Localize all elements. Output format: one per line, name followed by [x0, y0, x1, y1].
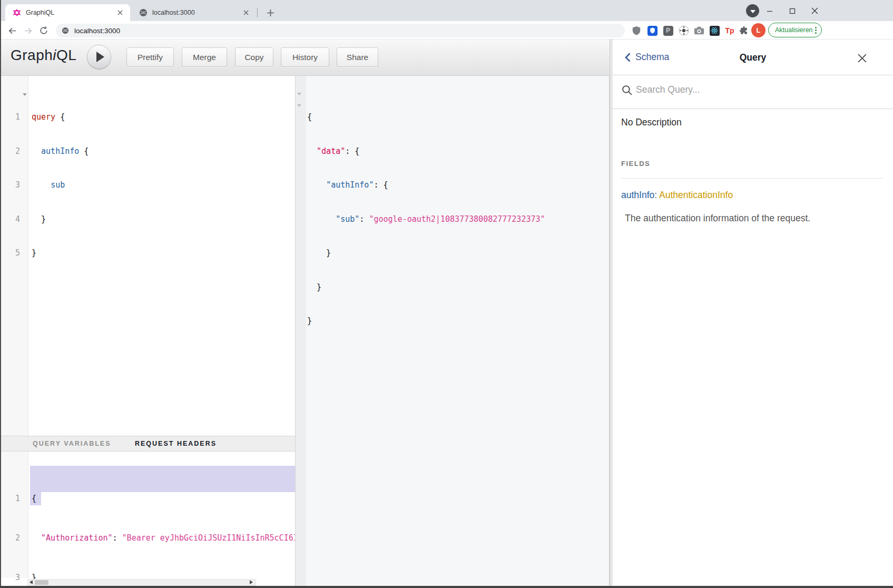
- bitwarden-extension-icon[interactable]: [646, 24, 659, 37]
- react-extension-icon[interactable]: [708, 24, 721, 37]
- query-editor-code[interactable]: query { authInfo { sub } }: [32, 89, 89, 282]
- graphiql-logo: GraphiQL: [11, 47, 76, 64]
- headers-line-numbers: 1 2 3: [0, 466, 20, 588]
- tab-close-icon[interactable]: [241, 8, 251, 17]
- reload-button[interactable]: [37, 24, 51, 37]
- code-line: }: [32, 214, 89, 226]
- doc-field-separator: :: [654, 190, 659, 200]
- play-icon: [96, 52, 104, 62]
- maximize-button[interactable]: [784, 4, 800, 17]
- url-text: localhost:3000: [74, 27, 120, 35]
- new-tab-button[interactable]: [263, 6, 277, 19]
- graphiql-favicon-icon: [13, 8, 21, 17]
- minimize-button[interactable]: [762, 4, 778, 17]
- doc-field-description: The authentication information of the re…: [625, 213, 810, 224]
- result-viewer-code: { "data": { "authInfo": { "sub": "google…: [307, 89, 545, 350]
- doc-no-description: No Description: [621, 117, 682, 128]
- globe-icon: [139, 8, 148, 17]
- tab-title: localhost:3000: [152, 9, 241, 16]
- doc-back-label: Schema: [635, 52, 669, 63]
- code-line: {: [307, 112, 545, 123]
- query-line-numbers: 1 2 3 4 5: [0, 89, 20, 282]
- profile-avatar[interactable]: L: [751, 23, 766, 37]
- close-window-button[interactable]: [807, 4, 822, 17]
- camera-extension-icon[interactable]: [693, 24, 705, 37]
- code-line: "authInfo": {: [307, 180, 545, 191]
- copy-button[interactable]: Copy: [235, 47, 273, 67]
- update-browser-button[interactable]: Aktualisieren: [768, 23, 822, 37]
- tab-separator: [257, 8, 258, 17]
- code-line: }: [307, 248, 545, 259]
- fold-arrow-icon[interactable]: [297, 93, 301, 95]
- scrollbar-thumb[interactable]: [35, 580, 48, 585]
- crosshair-extension-icon[interactable]: [678, 24, 690, 37]
- shield-extension-icon[interactable]: [630, 24, 643, 37]
- fold-arrow-icon[interactable]: [297, 104, 301, 107]
- scroll-left-arrow-icon[interactable]: [30, 580, 33, 584]
- plus-icon: [267, 9, 274, 16]
- globe-icon: [62, 27, 69, 34]
- window-bottom-edge: [0, 586, 893, 588]
- code-line: }: [307, 282, 545, 293]
- browser-window: GraphiQL localhost:3000: [0, 0, 893, 588]
- url-bar[interactable]: localhost:3000: [56, 24, 625, 37]
- window-left-edge: [0, 0, 1, 588]
- close-icon: [857, 53, 867, 63]
- menu-dots-icon[interactable]: [815, 27, 817, 34]
- code-line: }: [32, 248, 89, 259]
- merge-button[interactable]: Merge: [182, 47, 227, 67]
- share-button[interactable]: Share: [337, 47, 378, 67]
- tab-strip: GraphiQL localhost:3000: [0, 0, 893, 21]
- tab-title: GraphiQL: [26, 9, 115, 16]
- puzzle-extensions-menu-icon[interactable]: [738, 24, 750, 37]
- tab-request-headers[interactable]: REQUEST HEADERS: [135, 440, 217, 447]
- code-line: "sub": "google-oauth2|108377380082777232…: [307, 214, 545, 226]
- chevron-left-icon: [624, 53, 631, 62]
- tab-close-icon[interactable]: [115, 8, 125, 17]
- horizontal-scrollbar[interactable]: [27, 579, 256, 586]
- browser-update-icon[interactable]: [746, 4, 759, 17]
- code-line: sub: [32, 180, 89, 191]
- tp-extension-icon[interactable]: Tp: [723, 24, 736, 37]
- doc-fields-underline: [621, 178, 883, 179]
- doc-field-name-link[interactable]: authInfo: [621, 190, 654, 200]
- search-icon: [622, 85, 633, 96]
- doc-close-button[interactable]: [856, 52, 868, 64]
- doc-field-type-link[interactable]: AuthenticationInfo: [659, 190, 733, 200]
- prettify-button[interactable]: Prettify: [126, 47, 174, 67]
- update-browser-label: Aktualisieren: [775, 26, 813, 34]
- code-line: "data": {: [307, 146, 545, 158]
- fold-arrow-icon[interactable]: [23, 93, 27, 96]
- doc-search-input[interactable]: [636, 84, 804, 95]
- code-line: }: [307, 316, 545, 327]
- variable-editor-title-bar: QUERY VARIABLES REQUEST HEADERS: [0, 436, 296, 452]
- scroll-right-arrow-icon[interactable]: [250, 580, 253, 584]
- tab-query-variables[interactable]: QUERY VARIABLES: [33, 440, 111, 447]
- doc-back-link[interactable]: Schema: [624, 52, 669, 63]
- p-tile-extension-icon[interactable]: P: [662, 24, 674, 37]
- tab-localhost[interactable]: localhost:3000: [132, 4, 256, 21]
- history-button[interactable]: History: [281, 47, 329, 67]
- code-line: {: [32, 492, 296, 505]
- back-button[interactable]: [5, 24, 19, 37]
- code-line: query {: [32, 112, 89, 123]
- code-line: "Authorization": "Bearer eyJhbGciOiJSUzI…: [32, 532, 296, 545]
- doc-fields-header: FIELDS: [621, 160, 650, 168]
- code-line: authInfo {: [32, 146, 89, 158]
- result-fold-gutter: [296, 76, 306, 586]
- headers-editor-code[interactable]: { "Authorization": "Bearer eyJhbGciOiJSU…: [32, 466, 296, 588]
- execute-query-button[interactable]: [87, 45, 111, 69]
- forward-button[interactable]: [21, 24, 35, 37]
- doc-field-row: authInfo: AuthenticationInfo: [621, 190, 733, 201]
- tab-graphiql[interactable]: GraphiQL: [5, 4, 130, 21]
